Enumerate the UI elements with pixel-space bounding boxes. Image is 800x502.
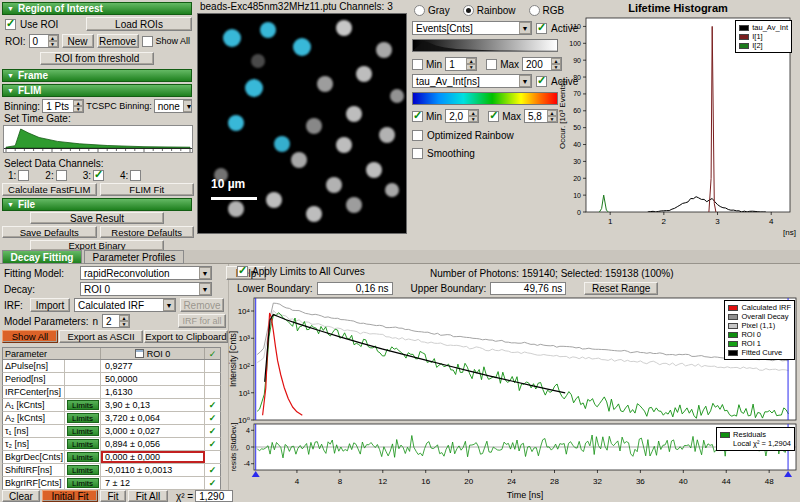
use-roi-checkbox[interactable] bbox=[5, 19, 16, 30]
limits-button[interactable]: Limits bbox=[67, 439, 99, 449]
limits-button[interactable]: Limits bbox=[67, 426, 99, 436]
fit-button[interactable]: Fit bbox=[100, 490, 126, 502]
param-value[interactable]: 3,000 ± 0,027 bbox=[101, 425, 205, 437]
param-check[interactable]: ✓ bbox=[205, 438, 220, 450]
param-value[interactable]: 7 ± 12 bbox=[101, 477, 205, 489]
calculate-fastflim-button[interactable]: Calculate FastFLIM bbox=[2, 183, 97, 196]
param-row[interactable]: BkgrIRF[Cnts]Limits7 ± 12✓ bbox=[2, 477, 221, 490]
param-row[interactable]: IRFCenter[ns]1,6130 bbox=[2, 386, 221, 399]
events-colorbar[interactable] bbox=[412, 39, 558, 52]
restore-defaults-button[interactable]: Restore Defaults bbox=[100, 226, 195, 238]
tcspc-binning-dropdown[interactable]: none ▼ bbox=[154, 99, 192, 113]
reset-range-button[interactable]: Reset Range bbox=[584, 282, 658, 295]
param-row[interactable]: τ₂ [ns]Limits0,894 ± 0,056✓ bbox=[2, 438, 221, 451]
chevron-down-icon[interactable]: ▼ bbox=[199, 267, 211, 279]
tab-decay-fitting[interactable]: Decay Fitting bbox=[2, 250, 82, 264]
optimized-rainbow-checkbox[interactable] bbox=[412, 130, 423, 141]
param-row[interactable]: A₁ [kCnts]Limits3,90 ± 0,13✓ bbox=[2, 399, 221, 412]
param-value[interactable]: 3,90 ± 0,13 bbox=[101, 399, 205, 411]
flim-image[interactable]: 10 µm bbox=[197, 13, 407, 234]
limits-button[interactable]: Limits bbox=[67, 452, 99, 462]
chevron-down-icon[interactable]: ▼ bbox=[163, 299, 175, 311]
param-row[interactable]: τ₁ [ns]Limits3,000 ± 0,027✓ bbox=[2, 425, 221, 438]
param-value[interactable]: 0,894 ± 0,056 bbox=[101, 438, 205, 450]
events-active-checkbox[interactable] bbox=[536, 23, 547, 34]
channel-checkbox-2[interactable] bbox=[56, 170, 67, 181]
flim-fit-button[interactable]: FLIM Fit bbox=[100, 183, 195, 196]
upper-boundary-field[interactable]: 49,76 ns bbox=[490, 282, 566, 295]
chevron-down-icon[interactable]: ▼ bbox=[199, 283, 211, 295]
tab-parameter-profiles[interactable]: Parameter Profiles bbox=[84, 250, 184, 264]
tau-max-checkbox[interactable] bbox=[488, 111, 499, 122]
chevron-down-icon[interactable]: ▼ bbox=[183, 100, 192, 112]
display-mode-radio-rgb[interactable] bbox=[529, 5, 540, 16]
roi-col-header[interactable]: ROI 0 bbox=[101, 348, 205, 359]
param-value[interactable]: 0,000 ± 0,000 bbox=[101, 451, 205, 463]
tau-channel-dropdown[interactable]: tau_Av_Int[ns] ▼ bbox=[412, 74, 532, 88]
binning-stepper[interactable]: 1 Pts ▲▼ bbox=[42, 99, 84, 113]
irf-import-button[interactable]: Import bbox=[30, 298, 70, 312]
stepper-arrows-icon[interactable]: ▲▼ bbox=[48, 35, 58, 47]
save-result-button[interactable]: Save Result bbox=[30, 212, 164, 224]
tau-max-stepper[interactable]: 5,8 ▲▼ bbox=[524, 109, 558, 123]
stepper-arrows-icon[interactable]: ▲▼ bbox=[119, 315, 129, 327]
irf-dropdown[interactable]: Calculated IRF ▼ bbox=[74, 298, 176, 312]
time-gate-plot[interactable] bbox=[3, 125, 193, 153]
param-check[interactable] bbox=[205, 386, 220, 398]
tau-active-checkbox[interactable] bbox=[536, 76, 547, 87]
param-check[interactable]: ✓ bbox=[205, 399, 220, 411]
remove-roi-button[interactable]: Remove bbox=[97, 34, 139, 48]
param-row[interactable]: BkgrDec[Cnts]Limits0,000 ± 0,000 bbox=[2, 451, 221, 464]
roi-number-stepper[interactable]: 0 ▲▼ bbox=[29, 34, 59, 48]
limits-button[interactable]: Limits bbox=[67, 465, 99, 475]
export-clipboard-button[interactable]: Export to Clipboard bbox=[144, 330, 228, 343]
events-min-checkbox[interactable] bbox=[412, 59, 423, 70]
roi-section-header[interactable]: ▼ Region of Interest bbox=[2, 2, 192, 15]
param-check[interactable] bbox=[205, 373, 220, 385]
events-channel-dropdown[interactable]: Events[Cnts] ▼ bbox=[412, 21, 532, 35]
param-row[interactable]: Period[ns]50,0000 bbox=[2, 373, 221, 386]
chevron-down-icon[interactable]: ▼ bbox=[519, 75, 531, 87]
param-row[interactable]: ΔPulse[ns]0,9277 bbox=[2, 360, 221, 373]
param-row[interactable]: A₂ [kCnts]Limits3,720 ± 0,064✓ bbox=[2, 412, 221, 425]
fitting-model-dropdown[interactable]: rapidReconvolution ▼ bbox=[80, 266, 212, 280]
param-value[interactable]: 3,720 ± 0,064 bbox=[101, 412, 205, 424]
limits-button[interactable]: Limits bbox=[67, 478, 99, 488]
limits-button[interactable]: Limits bbox=[67, 413, 99, 423]
flim-section-header[interactable]: ▼ FLIM bbox=[2, 84, 192, 97]
channel-checkbox-3[interactable] bbox=[93, 170, 104, 181]
stepper-arrows-icon[interactable]: ▲▼ bbox=[466, 58, 476, 70]
chevron-down-icon[interactable]: ▼ bbox=[519, 22, 531, 34]
param-check[interactable]: ✓ bbox=[205, 464, 220, 476]
load-rois-button[interactable]: Load ROIs bbox=[86, 17, 192, 31]
n-stepper[interactable]: 2 ▲▼ bbox=[102, 314, 130, 328]
tau-min-checkbox[interactable] bbox=[412, 111, 423, 122]
param-value[interactable]: 0,9277 bbox=[101, 360, 205, 372]
decay-dropdown[interactable]: ROI 0 ▼ bbox=[80, 282, 212, 296]
roi-from-threshold-button[interactable]: ROI from threshold bbox=[40, 52, 154, 65]
param-value[interactable]: 50,0000 bbox=[101, 373, 205, 385]
new-roi-button[interactable]: New bbox=[62, 34, 94, 48]
file-section-header[interactable]: ▼ File bbox=[2, 198, 192, 211]
stepper-arrows-icon[interactable]: ▲▼ bbox=[468, 110, 478, 122]
lower-boundary-field[interactable]: 0,16 ns bbox=[317, 282, 393, 295]
display-mode-radio-rainbow[interactable] bbox=[463, 5, 474, 16]
tau-min-stepper[interactable]: 2,0 ▲▼ bbox=[445, 109, 479, 123]
stepper-arrows-icon[interactable]: ▲▼ bbox=[73, 100, 83, 112]
smoothing-checkbox[interactable] bbox=[412, 148, 423, 159]
param-value[interactable]: 1,6130 bbox=[101, 386, 205, 398]
export-ascii-button[interactable]: Export as ASCII bbox=[59, 330, 143, 343]
param-check[interactable] bbox=[205, 451, 220, 463]
apply-limits-checkbox[interactable] bbox=[237, 266, 248, 277]
channel-checkbox-1[interactable] bbox=[18, 170, 29, 181]
initial-fit-button[interactable]: Initial Fit bbox=[42, 490, 98, 502]
clear-button[interactable]: Clear bbox=[2, 490, 40, 502]
display-mode-radio-gray[interactable] bbox=[414, 5, 425, 16]
fit-all-button[interactable]: Fit All bbox=[128, 490, 168, 502]
tau-colorbar[interactable] bbox=[412, 92, 558, 105]
channel-checkbox-4[interactable] bbox=[130, 170, 141, 181]
limits-button[interactable]: Limits bbox=[67, 400, 99, 410]
events-min-stepper[interactable]: 1 ▲▼ bbox=[445, 57, 477, 71]
param-check[interactable]: ✓ bbox=[205, 425, 220, 437]
save-defaults-button[interactable]: Save Defaults bbox=[2, 226, 97, 238]
